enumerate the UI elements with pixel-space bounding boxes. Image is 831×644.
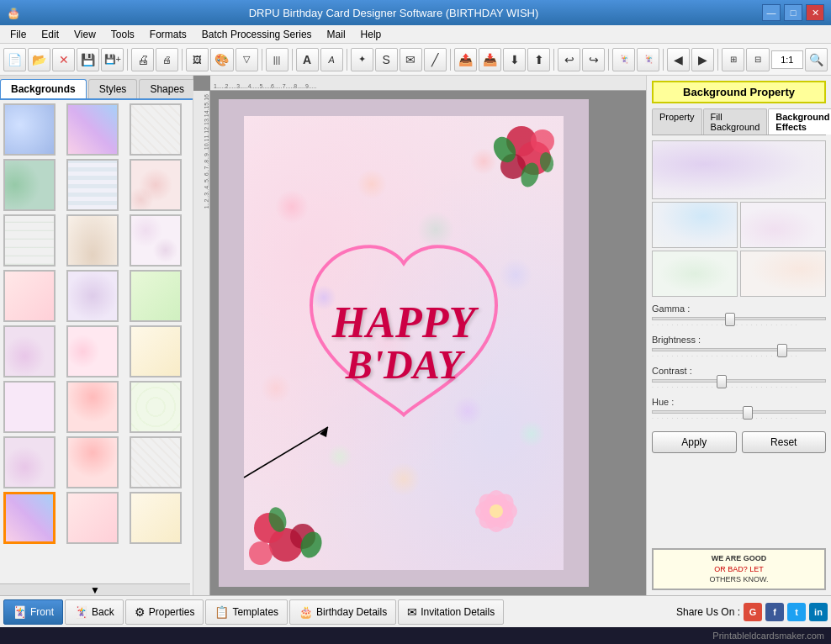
roses-bottom-left (244, 444, 353, 570)
tab-shapes[interactable]: Shapes (139, 79, 195, 98)
bg-thumb-20[interactable] (66, 436, 119, 488)
bg-thumb-3[interactable] (130, 103, 182, 156)
print2-button[interactable]: 🖨 (156, 48, 178, 71)
card2-button[interactable]: 🃏 (637, 48, 659, 71)
export-button[interactable]: 📤 (454, 48, 477, 71)
gamma-track[interactable] (652, 317, 826, 320)
bg-thumb-19[interactable] (3, 436, 56, 488)
tab-background-effects[interactable]: Background Effects (768, 108, 831, 135)
delete-button[interactable]: ✕ (52, 48, 75, 71)
bg-thumb-15[interactable] (130, 325, 182, 377)
close-button[interactable]: ✕ (806, 4, 824, 21)
print-button[interactable]: 🖨 (131, 48, 154, 71)
bg-thumb-14[interactable] (66, 325, 119, 377)
be-thumb-2[interactable] (652, 202, 738, 248)
symbol-button[interactable]: S (375, 48, 398, 71)
bg-thumb-23[interactable] (66, 492, 119, 544)
brightness-thumb[interactable] (777, 344, 787, 357)
contrast-thumb[interactable] (717, 375, 727, 388)
fit-button[interactable]: ⊟ (746, 48, 769, 71)
statusbar-invitation-details[interactable]: ✉ Invitation Details (398, 599, 504, 625)
bg-thumb-6[interactable] (130, 159, 182, 211)
menu-tools[interactable]: Tools (104, 27, 141, 42)
clipart-button[interactable]: ✦ (351, 48, 373, 71)
menu-mail[interactable]: Mail (320, 27, 352, 42)
bg-thumb-1[interactable] (3, 103, 56, 156)
menu-file[interactable]: File (3, 27, 33, 42)
minimize-button[interactable]: — (762, 4, 781, 21)
reset-button[interactable]: Reset (742, 431, 827, 453)
statusbar-properties[interactable]: ⚙ Properties (125, 599, 204, 625)
redo-button[interactable]: ↪ (582, 48, 605, 71)
bg-thumb-22[interactable] (3, 492, 56, 544)
menu-batch[interactable]: Batch Processing Series (195, 27, 319, 42)
bg-thumb-18[interactable] (130, 381, 182, 433)
bg-thumb-4[interactable] (3, 159, 56, 211)
save-button[interactable]: 💾 (77, 48, 99, 71)
menu-view[interactable]: View (67, 27, 103, 42)
nav-right-button[interactable]: ▶ (691, 48, 714, 71)
scroll-down-arrow[interactable]: ▼ (0, 583, 190, 595)
be-thumb-1[interactable] (652, 140, 826, 199)
bg-thumb-9[interactable] (130, 214, 182, 267)
gradient-button[interactable]: ▽ (236, 48, 258, 71)
text-button[interactable]: A (296, 48, 319, 71)
hue-track[interactable] (652, 410, 826, 414)
envelope-button[interactable]: ✉ (400, 48, 422, 71)
menu-edit[interactable]: Edit (34, 27, 66, 42)
bg-thumb-16[interactable] (3, 381, 56, 433)
bg-thumb-13[interactable] (3, 325, 56, 377)
contrast-track[interactable] (652, 379, 826, 383)
hue-thumb[interactable] (743, 406, 753, 420)
open-button[interactable]: 📂 (28, 48, 50, 71)
card-button[interactable]: 🃏 (612, 48, 635, 71)
bg-thumb-10[interactable] (3, 270, 56, 322)
be-thumb-4[interactable] (652, 251, 738, 297)
facebook-button[interactable]: f (765, 603, 784, 621)
app-title: DRPU Birthday Card Designer Software (BI… (25, 7, 762, 19)
bg-thumb-7[interactable] (3, 214, 56, 267)
bg-thumb-12[interactable] (130, 270, 182, 322)
new-button[interactable]: 📄 (3, 48, 26, 71)
tab-fill-background[interactable]: Fill Background (703, 108, 768, 135)
brightness-track[interactable] (652, 348, 826, 351)
statusbar-birthday-details[interactable]: 🎂 Birthday Details (289, 599, 396, 625)
statusbar-templates[interactable]: 📋 Templates (205, 599, 288, 625)
tab-styles[interactable]: Styles (88, 79, 138, 98)
statusbar-front[interactable]: 🃏 Front (3, 599, 63, 625)
line-button[interactable]: ╱ (424, 48, 447, 71)
bg-thumb-21[interactable] (130, 436, 182, 488)
bg-thumb-17[interactable] (66, 381, 119, 433)
save-as-button[interactable]: 💾+ (101, 48, 124, 71)
nav-left-button[interactable]: ◀ (667, 48, 690, 71)
bg-thumb-24[interactable] (130, 492, 182, 544)
undo-button[interactable]: ↩ (558, 48, 580, 71)
menu-formats[interactable]: Formats (143, 27, 193, 42)
upload-button[interactable]: ⬆ (527, 48, 550, 71)
be-thumb-3[interactable] (740, 202, 826, 248)
twitter-button[interactable]: t (787, 603, 806, 621)
statusbar-back[interactable]: 🃏 Back (65, 599, 124, 625)
tab-backgrounds[interactable]: Backgrounds (0, 79, 87, 98)
maximize-button[interactable]: □ (784, 4, 802, 21)
tab-property[interactable]: Property (652, 108, 702, 135)
color-button[interactable]: 🎨 (210, 48, 233, 71)
zoom-button[interactable]: 🔍 (805, 48, 828, 71)
bg-thumb-8[interactable] (66, 214, 119, 267)
bg-thumb-5[interactable] (66, 159, 119, 211)
download-button[interactable]: ⬇ (503, 48, 526, 71)
grid-button[interactable]: ⊞ (722, 48, 744, 71)
bg-button[interactable]: 🖼 (186, 48, 209, 71)
wordart-button[interactable]: A (320, 48, 343, 71)
menu-help[interactable]: Help (354, 27, 389, 42)
gamma-thumb[interactable] (725, 313, 735, 326)
apply-button[interactable]: Apply (652, 431, 737, 453)
bg-thumb-2[interactable] (66, 103, 119, 156)
linkedin-button[interactable]: in (809, 603, 828, 621)
google-plus-button[interactable]: G (744, 603, 762, 621)
hue-section: Hue : · · · · · · · · · · · · · · · · · … (652, 397, 826, 421)
import-button[interactable]: 📥 (479, 48, 501, 71)
bg-thumb-11[interactable] (66, 270, 119, 322)
barcode-button[interactable]: ||| (266, 48, 288, 71)
be-thumb-5[interactable] (740, 251, 826, 297)
